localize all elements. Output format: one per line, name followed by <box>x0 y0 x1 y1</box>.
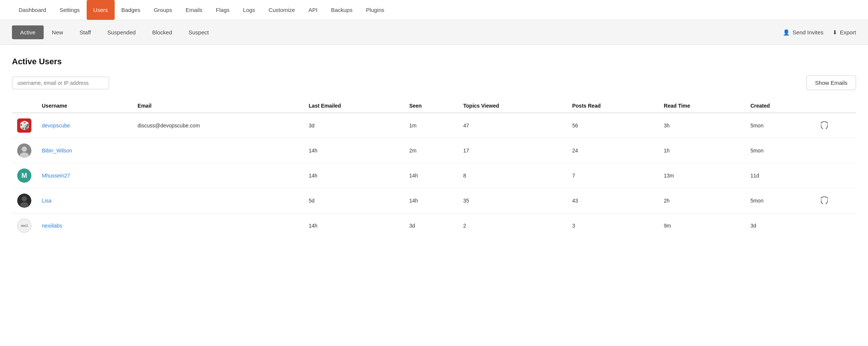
username-link[interactable]: Bibin_Wilson <box>42 148 72 154</box>
topics-viewed-cell: 47 <box>458 113 567 138</box>
read-time-cell: 3h <box>658 113 745 138</box>
username-cell: Bibin_Wilson <box>37 138 132 163</box>
topics-viewed-cell: 17 <box>458 138 567 163</box>
last-emailed-cell: 14h <box>304 138 404 163</box>
svg-point-1 <box>22 146 27 152</box>
avatar: 🎲 <box>17 118 31 133</box>
posts-read-cell: 43 <box>567 188 658 213</box>
shield-icon <box>821 199 828 205</box>
top-nav-item-groups[interactable]: Groups <box>147 0 179 20</box>
sub-nav-tab-suspended[interactable]: Suspended <box>99 25 144 39</box>
svg-point-4 <box>22 196 27 201</box>
sub-nav-tab-new[interactable]: New <box>44 25 71 39</box>
seen-cell: 2m <box>404 138 458 163</box>
seen-cell: 3d <box>404 213 458 238</box>
shield-icon <box>821 124 828 130</box>
last-emailed-cell: 14h <box>304 163 404 188</box>
last-emailed-cell: 3d <box>304 113 404 138</box>
top-nav-item-dashboard[interactable]: Dashboard <box>12 0 53 20</box>
sub-nav-tab-active[interactable]: Active <box>12 25 44 39</box>
top-nav-item-plugins[interactable]: Plugins <box>359 0 391 20</box>
top-nav-item-users[interactable]: Users <box>87 0 115 20</box>
top-nav-item-settings[interactable]: Settings <box>53 0 86 20</box>
table-row: nexiinexiilabs14h3d239m3d <box>12 213 856 238</box>
sub-nav-action-export[interactable]: ⬇Export <box>833 29 856 36</box>
email-cell <box>132 138 303 163</box>
seen-cell: 14h <box>404 163 458 188</box>
top-nav-item-flags[interactable]: Flags <box>209 0 236 20</box>
username-cell: devopscube <box>37 113 132 138</box>
sub-nav-action-send-invites[interactable]: 👤Send Invites <box>783 29 824 36</box>
topics-viewed-cell: 2 <box>458 213 567 238</box>
posts-read-cell: 56 <box>567 113 658 138</box>
avatar-cell-0: 🎲 <box>12 113 37 138</box>
shield-cell <box>816 113 856 138</box>
top-nav-item-customize[interactable]: Customize <box>262 0 302 20</box>
username-link[interactable]: nexiilabs <box>42 223 62 229</box>
email-cell <box>132 188 303 213</box>
username-link[interactable]: devopscube <box>42 123 70 129</box>
top-nav-item-api[interactable]: API <box>302 0 324 20</box>
avatar: M <box>17 169 31 183</box>
read-time-cell: 13m <box>658 163 745 188</box>
sub-nav: ActiveNewStaffSuspendedBlockedSuspect 👤S… <box>0 20 868 45</box>
avatar-cell-1 <box>12 138 37 163</box>
last-emailed-cell: 14h <box>304 213 404 238</box>
created-cell: 5mon <box>745 138 816 163</box>
sub-nav-tab-suspect[interactable]: Suspect <box>180 25 217 39</box>
created-cell: 5mon <box>745 188 816 213</box>
svg-point-5 <box>20 202 28 207</box>
col-header-6: Posts Read <box>567 99 658 113</box>
show-emails-button[interactable]: Show Emails <box>806 75 856 90</box>
avatar-cell-2: M <box>12 163 37 188</box>
username-cell: Mhussein27 <box>37 163 132 188</box>
page-title: Active Users <box>12 57 856 67</box>
posts-read-cell: 3 <box>567 213 658 238</box>
table-row: MMhussein2714h14h8713m11d <box>12 163 856 188</box>
col-header-5: Topics Viewed <box>458 99 567 113</box>
username-cell: Lisa <box>37 188 132 213</box>
avatar: nexii <box>17 219 31 233</box>
sub-nav-tab-staff[interactable]: Staff <box>71 25 99 39</box>
created-cell: 3d <box>745 213 816 238</box>
shield-cell <box>816 138 856 163</box>
table-row: 🎲devopscubediscuss@devopscube.com3d1m475… <box>12 113 856 138</box>
shield-cell <box>816 163 856 188</box>
seen-cell: 1m <box>404 113 458 138</box>
top-nav-item-badges[interactable]: Badges <box>115 0 147 20</box>
email-cell <box>132 213 303 238</box>
col-header-1: Username <box>37 99 132 113</box>
avatar-cell-4: nexii <box>12 213 37 238</box>
col-header-9 <box>816 99 856 113</box>
email-cell <box>132 163 303 188</box>
top-nav-item-backups[interactable]: Backups <box>324 0 359 20</box>
table-row: Bibin_Wilson14h2m17241h5mon <box>12 138 856 163</box>
person-add-icon: 👤 <box>783 29 790 36</box>
created-cell: 5mon <box>745 113 816 138</box>
col-header-8: Created <box>745 99 816 113</box>
read-time-cell: 1h <box>658 138 745 163</box>
top-nav-item-logs[interactable]: Logs <box>236 0 262 20</box>
sub-nav-tab-blocked[interactable]: Blocked <box>144 25 180 39</box>
avatar <box>17 194 31 208</box>
table-row: Lisa5d14h35432h5mon <box>12 188 856 213</box>
top-nav-item-emails[interactable]: Emails <box>179 0 209 20</box>
topics-viewed-cell: 35 <box>458 188 567 213</box>
shield-cell <box>816 188 856 213</box>
posts-read-cell: 24 <box>567 138 658 163</box>
col-header-7: Read Time <box>658 99 745 113</box>
username-link[interactable]: Mhussein27 <box>42 173 70 179</box>
avatar <box>17 143 31 158</box>
created-cell: 11d <box>745 163 816 188</box>
col-header-3: Last Emailed <box>304 99 404 113</box>
read-time-cell: 2h <box>658 188 745 213</box>
posts-read-cell: 7 <box>567 163 658 188</box>
search-input[interactable] <box>12 77 109 89</box>
last-emailed-cell: 5d <box>304 188 404 213</box>
username-link[interactable]: Lisa <box>42 198 52 204</box>
search-row: Show Emails <box>12 75 856 90</box>
col-header-4: Seen <box>404 99 458 113</box>
username-cell: nexiilabs <box>37 213 132 238</box>
top-nav: DashboardSettingsUsersBadgesGroupsEmails… <box>0 0 868 20</box>
col-header-2: Email <box>132 99 303 113</box>
